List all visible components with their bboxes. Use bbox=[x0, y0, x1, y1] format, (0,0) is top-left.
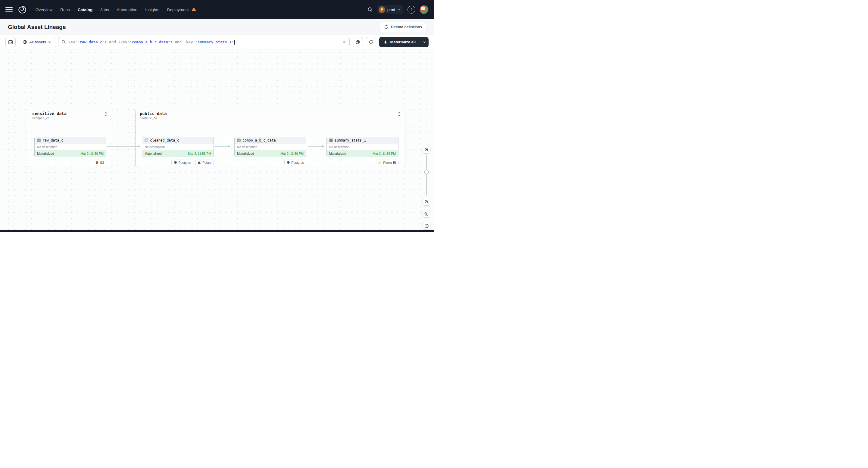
asset-node-combo-a-b-c-data[interactable]: combo_a_b_c_data No description Material… bbox=[234, 137, 306, 165]
reload-definitions-button[interactable]: Reload definitions bbox=[380, 22, 426, 32]
asset-name: cleaned_data_c bbox=[150, 138, 179, 143]
polars-icon bbox=[197, 161, 201, 164]
asset-selection-input[interactable]: key:"raw_data_c"+ and +key:"combo_a_b_c_… bbox=[58, 37, 350, 47]
status-badge: Materialized bbox=[37, 152, 54, 155]
materialized-timestamp: Mar 2, 11:56 PM bbox=[373, 152, 396, 155]
tag-s3[interactable]: S3 bbox=[93, 160, 106, 165]
gear-icon bbox=[424, 211, 429, 216]
tag-postgres[interactable]: Postgres bbox=[284, 160, 306, 165]
lineage-canvas[interactable]: sensitive_data example_co raw_data_c No … bbox=[0, 50, 434, 232]
tag-label: Power BI bbox=[383, 161, 396, 164]
materialize-all-button[interactable]: Materialize all bbox=[379, 37, 420, 47]
zoom-slider-track[interactable] bbox=[426, 155, 427, 195]
nav-item-deployment[interactable]: Deployment bbox=[167, 7, 196, 12]
tag-label: Postgres bbox=[291, 161, 304, 164]
reload-icon bbox=[384, 25, 389, 29]
nav-item-catalog[interactable]: Catalog bbox=[78, 7, 93, 12]
tag-polars[interactable]: Polars bbox=[195, 160, 214, 165]
hamburger-menu-icon[interactable] bbox=[5, 7, 13, 12]
page-title: Global Asset Lineage bbox=[8, 24, 66, 30]
page-header: Global Asset Lineage Reload definitions bbox=[0, 19, 434, 35]
materialize-all-split-button: Materialize all bbox=[379, 37, 429, 47]
graph-settings-button[interactable] bbox=[423, 210, 430, 218]
search-icon bbox=[61, 40, 66, 44]
status-badge: Materialized bbox=[145, 152, 162, 155]
materialize-all-label: Materialize all bbox=[390, 40, 415, 44]
asset-scope-dropdown[interactable]: All assets bbox=[19, 37, 55, 47]
tag-label: Postgres bbox=[179, 161, 191, 164]
group-subtitle: example_co bbox=[140, 116, 166, 120]
asset-card[interactable]: combo_a_b_c_data No description Material… bbox=[234, 137, 306, 157]
s3-icon bbox=[95, 161, 98, 164]
top-nav: Overview Runs Catalog Jobs Automation In… bbox=[0, 0, 434, 19]
postgres-icon bbox=[174, 161, 177, 164]
deployment-switcher[interactable]: P prod bbox=[377, 5, 403, 14]
globe-icon bbox=[23, 40, 27, 44]
asset-card[interactable]: cleaned_data_c No description Materializ… bbox=[142, 137, 214, 157]
close-icon bbox=[342, 40, 346, 44]
materialized-timestamp: Mar 2, 11:56 PM bbox=[280, 152, 304, 155]
nav-item-runs[interactable]: Runs bbox=[60, 7, 70, 12]
help-button[interactable]: ? bbox=[407, 6, 415, 13]
asset-node-summary-stats-1[interactable]: summary_stats_1 No description Materiali… bbox=[327, 137, 399, 165]
user-avatar[interactable] bbox=[420, 5, 429, 14]
nav-item-jobs[interactable]: Jobs bbox=[100, 7, 109, 12]
chevron-down-icon bbox=[397, 9, 400, 10]
global-search-icon[interactable] bbox=[367, 7, 373, 12]
nav-right-cluster: P prod ? bbox=[367, 5, 429, 14]
asset-description: No description bbox=[235, 144, 306, 150]
refresh-graph-button[interactable] bbox=[366, 37, 376, 47]
materialize-options-button[interactable] bbox=[420, 37, 429, 47]
status-badge: Materialized bbox=[329, 152, 346, 155]
asset-name: summary_stats_1 bbox=[335, 138, 366, 143]
lineage-toolbar: All assets key:"raw_data_c"+ and +key:"c… bbox=[0, 35, 434, 50]
deployment-avatar: P bbox=[379, 6, 385, 13]
deployment-name: prod bbox=[387, 7, 395, 12]
nav-item-deployment-label: Deployment bbox=[167, 7, 189, 12]
group-header: public_data example_co bbox=[135, 109, 405, 122]
asset-group-public-data: public_data example_co cleaned_data_c No… bbox=[135, 109, 405, 167]
asset-description: No description bbox=[35, 144, 106, 150]
zoom-in-button[interactable] bbox=[423, 146, 430, 154]
group-name: sensitive_data bbox=[32, 111, 67, 116]
chevron-down-icon bbox=[48, 41, 51, 43]
asset-card[interactable]: summary_stats_1 No description Materiali… bbox=[327, 137, 399, 157]
nav-item-overview[interactable]: Overview bbox=[35, 7, 53, 12]
asset-description: No description bbox=[327, 144, 398, 150]
graph-view-options-button[interactable] bbox=[353, 37, 363, 47]
asset-status-row: Materialized Mar 2, 11:56 PM bbox=[327, 150, 398, 157]
clear-query-button[interactable] bbox=[342, 40, 346, 44]
sync-icon bbox=[369, 40, 373, 44]
zoom-slider[interactable] bbox=[423, 155, 430, 195]
feedback-button[interactable] bbox=[423, 222, 430, 230]
asset-card[interactable]: raw_data_c No description Materialized M… bbox=[34, 137, 106, 157]
postgres-icon bbox=[287, 161, 290, 164]
asset-node-raw-data-c[interactable]: raw_data_c No description Materialized M… bbox=[34, 137, 106, 165]
tag-power-bi[interactable]: Power BI bbox=[376, 160, 399, 165]
zoom-out-button[interactable] bbox=[423, 198, 430, 206]
materialized-timestamp: Mar 2, 11:56 PM bbox=[81, 152, 103, 155]
nav-item-automation[interactable]: Automation bbox=[117, 7, 137, 12]
collapse-group-icon[interactable] bbox=[396, 111, 401, 118]
asset-tags: Postgres Polars bbox=[142, 160, 214, 165]
zoom-slider-knob[interactable] bbox=[424, 170, 429, 174]
status-badge: Materialized bbox=[237, 152, 254, 155]
asset-group-sensitive-data: sensitive_data example_co raw_data_c No … bbox=[28, 109, 113, 167]
table-icon bbox=[237, 138, 241, 142]
collapse-group-icon[interactable] bbox=[103, 111, 109, 118]
chevron-down-icon bbox=[423, 41, 426, 43]
dagster-logo bbox=[17, 4, 28, 15]
tag-label: S3 bbox=[100, 161, 104, 164]
nav-item-insights[interactable]: Insights bbox=[145, 7, 159, 12]
left-panel-toggle-button[interactable] bbox=[5, 37, 16, 47]
main-nav: Overview Runs Catalog Jobs Automation In… bbox=[35, 7, 196, 12]
table-icon bbox=[145, 138, 148, 142]
tag-postgres[interactable]: Postgres bbox=[172, 160, 193, 165]
asset-description: No description bbox=[142, 144, 214, 150]
bottom-window-edge bbox=[0, 230, 434, 232]
text-caret bbox=[234, 40, 235, 44]
materialized-timestamp: Mar 2, 11:56 PM bbox=[188, 152, 211, 155]
sparkle-icon bbox=[383, 40, 388, 44]
zoom-out-icon bbox=[424, 200, 429, 204]
asset-node-cleaned-data-c[interactable]: cleaned_data_c No description Materializ… bbox=[142, 137, 214, 165]
